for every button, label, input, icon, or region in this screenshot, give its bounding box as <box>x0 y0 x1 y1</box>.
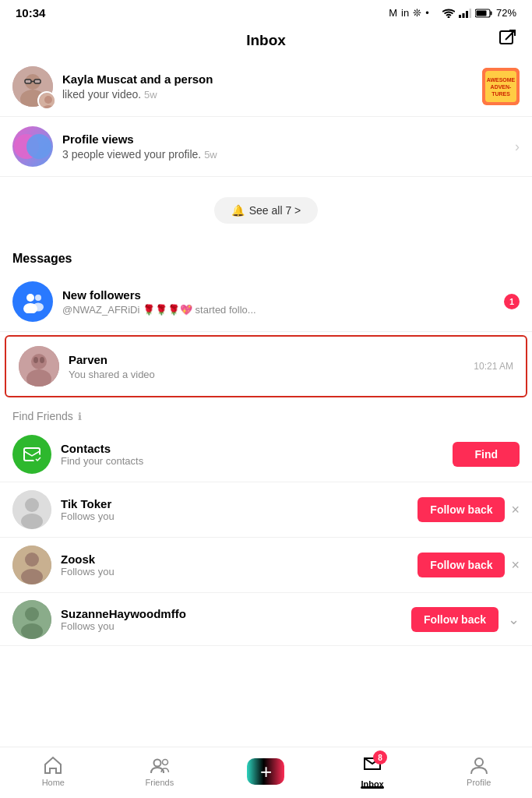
message-parven[interactable]: Parven You shared a video 10:21 AM <box>5 335 527 397</box>
contacts-avatar <box>12 435 51 474</box>
profile-views-name: Profile views <box>62 132 134 146</box>
bottom-nav: Home Friends + 8 Inbox <box>0 747 532 798</box>
svg-rect-13 <box>25 79 31 83</box>
signal-icon <box>459 9 471 18</box>
parven-avatar <box>19 346 59 387</box>
new-followers-content: New followers @NWAZ_AFRiDi 🌹🌹🌹💖 started … <box>62 288 504 316</box>
wifi-icon <box>442 9 455 18</box>
inbox-badge: 8 <box>373 750 387 764</box>
tiktoker-dismiss-button[interactable]: × <box>511 502 520 518</box>
inbox-icon-wrapper: 8 <box>362 754 382 777</box>
svg-point-48 <box>162 760 167 765</box>
svg-point-42 <box>25 553 39 567</box>
svg-text:ADVEN-: ADVEN- <box>491 84 513 90</box>
svg-point-43 <box>21 569 43 584</box>
new-followers-preview: @NWAZ_AFRiDi 🌹🌹🌹💖 started follo... <box>62 304 504 316</box>
tiktoker-info: Tik Toker Follows you <box>61 497 417 522</box>
find-friends-info-icon: ℹ <box>78 411 82 422</box>
svg-rect-9 <box>500 31 513 44</box>
tiktoker-name: Tik Toker <box>61 497 417 510</box>
status-time: 10:34 <box>16 6 45 19</box>
suzanne-name: SuzanneHaywoodmffo <box>61 607 411 620</box>
new-followers-badge: 1 <box>504 294 520 309</box>
kayla-desc: liked your video. 5w <box>62 88 482 101</box>
svg-rect-5 <box>469 9 471 18</box>
zoosk-dismiss-button[interactable]: × <box>511 557 520 574</box>
svg-rect-4 <box>466 11 468 18</box>
new-followers-avatar <box>12 281 53 322</box>
suzanne-avatar <box>12 600 51 639</box>
kayla-time: 5w <box>144 89 157 101</box>
status-bar: 10:34 M in ❊ • 72% <box>0 0 532 24</box>
compose-icon[interactable] <box>498 29 516 52</box>
contacts-name: Contacts <box>61 442 453 455</box>
parven-content: Parven You shared a video <box>69 353 474 380</box>
svg-point-46 <box>21 623 43 639</box>
friends-icon <box>150 755 170 775</box>
suzanne-info: SuzanneHaywoodmffo Follows you <box>61 607 411 632</box>
plus-icon: + <box>260 761 272 782</box>
nav-friends-label: Friends <box>146 778 174 787</box>
kayla-name: Kayla Muscat and a person <box>62 72 213 86</box>
find-friends-header: Find Friends ℹ <box>0 401 532 427</box>
find-friends-label: Find Friends <box>12 410 73 422</box>
notification-kayla[interactable]: Kayla Muscat and a person liked your vid… <box>0 57 532 117</box>
contacts-sub: Find your contacts <box>61 455 453 467</box>
tiktoker-sub: Follows you <box>61 510 417 522</box>
suzanne-sub: Follows you <box>61 620 411 632</box>
svg-point-1 <box>447 16 449 18</box>
notification-profile-views[interactable]: Profile views 3 people viewed your profi… <box>0 117 532 177</box>
nav-profile[interactable]: Profile <box>425 755 532 787</box>
battery-icon <box>475 9 492 18</box>
nav-inbox[interactable]: 8 Inbox <box>319 754 426 789</box>
main-content: Kayla Muscat and a person liked your vid… <box>0 57 532 708</box>
friend-item-contacts[interactable]: Contacts Find your contacts Find <box>0 427 532 482</box>
profile-views-desc: 3 people viewed your profile. 5w <box>62 148 515 161</box>
kayla-avatar-wrap <box>12 66 53 107</box>
nav-profile-label: Profile <box>467 778 491 787</box>
svg-point-27 <box>26 294 34 302</box>
nav-home[interactable]: Home <box>0 755 107 787</box>
zoosk-name: Zoosk <box>61 553 417 566</box>
tiktoker-follow-back-button[interactable]: Follow back <box>417 497 505 522</box>
nav-home-label: Home <box>42 778 65 787</box>
suzanne-expand-icon: ⌄ <box>508 611 520 628</box>
contacts-find-button[interactable]: Find <box>453 442 520 467</box>
friend-item-tiktoker[interactable]: Tik Toker Follows you Follow back × <box>0 482 532 538</box>
suzanne-actions: Follow back ⌄ <box>411 607 520 632</box>
svg-point-17 <box>44 96 52 104</box>
dot-icon: • <box>425 7 429 19</box>
home-icon <box>43 755 63 775</box>
suzanne-follow-back-button[interactable]: Follow back <box>411 607 499 632</box>
message-new-followers[interactable]: New followers @NWAZ_AFRiDi 🌹🌹🌹💖 started … <box>0 272 532 332</box>
nav-friends[interactable]: Friends <box>107 755 213 787</box>
gmail-icon: M <box>389 7 397 19</box>
svg-rect-2 <box>459 15 461 18</box>
nav-plus[interactable]: + <box>213 758 319 785</box>
svg-point-30 <box>33 303 44 312</box>
kayla-content: Kayla Muscat and a person liked your vid… <box>62 72 482 101</box>
svg-point-47 <box>153 760 160 767</box>
plus-button[interactable]: + <box>247 758 284 785</box>
svg-rect-7 <box>490 11 491 15</box>
messages-section-header: Messages <box>0 244 532 272</box>
parven-name: Parven <box>69 353 107 366</box>
bell-icon: 🔔 <box>231 204 245 217</box>
contacts-info: Contacts Find your contacts <box>61 442 453 467</box>
zoosk-follow-back-button[interactable]: Follow back <box>417 553 505 577</box>
linkedin-icon: in <box>401 7 409 19</box>
page-title: Inbox <box>246 32 286 49</box>
zoosk-actions: Follow back × <box>417 553 520 577</box>
svg-rect-3 <box>462 13 464 18</box>
zoosk-info: Zoosk Follows you <box>61 553 417 577</box>
zoosk-avatar <box>12 546 51 584</box>
svg-point-26 <box>26 134 51 159</box>
svg-point-45 <box>25 607 39 621</box>
friend-item-suzanne[interactable]: SuzanneHaywoodmffo Follows you Follow ba… <box>0 593 532 646</box>
zoosk-sub: Follows you <box>61 566 417 577</box>
svg-point-35 <box>40 357 44 363</box>
svg-point-39 <box>25 498 39 512</box>
svg-point-34 <box>33 357 38 363</box>
friend-item-zoosk[interactable]: Zoosk Follows you Follow back × <box>0 538 532 593</box>
see-all-button[interactable]: 🔔 See all 7 > <box>214 197 319 224</box>
